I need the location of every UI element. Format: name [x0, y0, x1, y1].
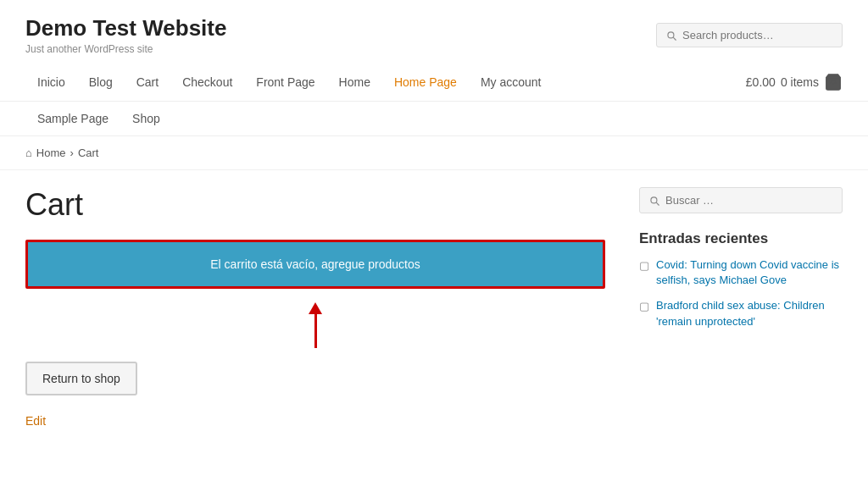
sidebar-post-1: ▢ Covid: Turning down Covid vaccine is s…	[639, 257, 843, 288]
page-title: Cart	[25, 187, 605, 223]
nav-inicio[interactable]: Inicio	[25, 64, 77, 101]
return-to-shop-button[interactable]: Return to shop	[25, 362, 137, 395]
red-arrow	[314, 302, 317, 348]
nav-sample-page[interactable]: Sample Page	[25, 102, 120, 135]
sidebar-post-link-1[interactable]: Covid: Turning down Covid vaccine is sel…	[656, 257, 843, 288]
breadcrumb-home[interactable]: Home	[36, 147, 66, 159]
edit-section: Edit	[25, 411, 605, 428]
breadcrumb: ⌂ Home › Cart	[0, 136, 868, 170]
secondary-nav: Sample Page Shop	[0, 102, 868, 136]
cart-summary[interactable]: £0.00 0 items	[746, 73, 843, 91]
return-to-shop-section: Return to shop	[25, 362, 605, 404]
sidebar-post-2: ▢ Bradford child sex abuse: Children 're…	[639, 298, 843, 329]
sidebar-search-icon	[648, 195, 660, 207]
search-icon	[665, 30, 677, 41]
site-title: Demo Test Website	[25, 15, 226, 41]
nav-home-page[interactable]: Home Page	[382, 64, 469, 101]
post-icon-1: ▢	[639, 259, 649, 272]
home-icon: ⌂	[25, 147, 32, 159]
main-layout: Cart El carrito está vacío, agregue prod…	[0, 170, 868, 445]
header-search-box[interactable]	[656, 23, 843, 47]
nav-blog[interactable]: Blog	[77, 64, 125, 101]
nav-cart[interactable]: Cart	[125, 64, 170, 101]
recent-posts-title: Entradas recientes	[639, 230, 843, 247]
primary-nav: Inicio Blog Cart Checkout Front Page Hom…	[0, 64, 868, 102]
cart-empty-message: El carrito está vacío, agregue productos	[25, 240, 605, 289]
nav-shop[interactable]: Shop	[120, 102, 172, 135]
sidebar-search-input[interactable]	[665, 194, 833, 207]
annotation-arrow	[25, 302, 605, 353]
cart-item-count: 0 items	[781, 75, 819, 89]
content-area: Cart El carrito está vacío, agregue prod…	[25, 187, 639, 428]
arrow-head	[309, 302, 322, 314]
sidebar-post-link-2[interactable]: Bradford child sex abuse: Children 'rema…	[656, 298, 843, 329]
site-branding: Demo Test Website Just another WordPress…	[25, 15, 226, 55]
breadcrumb-current: Cart	[78, 147, 99, 159]
cart-icon	[824, 73, 843, 91]
arrow-line	[314, 314, 317, 348]
nav-checkout[interactable]: Checkout	[170, 64, 244, 101]
nav-my-account[interactable]: My account	[469, 64, 554, 101]
edit-link[interactable]: Edit	[25, 414, 46, 428]
cart-price: £0.00	[746, 75, 776, 89]
header: Demo Test Website Just another WordPress…	[0, 0, 868, 64]
header-search-input[interactable]	[682, 29, 833, 41]
breadcrumb-separator: ›	[70, 147, 74, 159]
nav-home[interactable]: Home	[327, 64, 382, 101]
sidebar-search-box[interactable]	[639, 187, 843, 213]
site-tagline: Just another WordPress site	[25, 43, 226, 55]
nav-front-page[interactable]: Front Page	[244, 64, 326, 101]
post-icon-2: ▢	[639, 300, 649, 312]
sidebar: Entradas recientes ▢ Covid: Turning down…	[639, 187, 843, 428]
